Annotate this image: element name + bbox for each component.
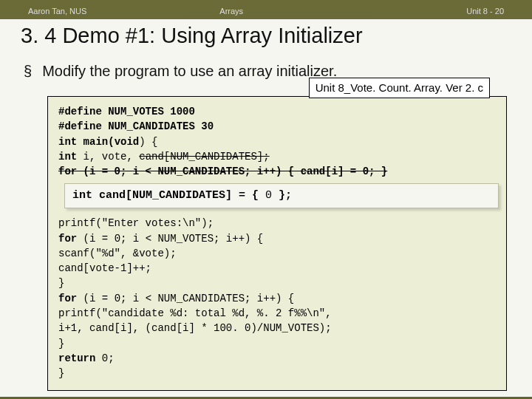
code-line: printf("Enter votes:\n"); bbox=[58, 216, 496, 231]
code-line: cand[vote-1]++; bbox=[58, 261, 496, 276]
code-line: for (i = 0; i < NUM_CANDIDATES; i++) { c… bbox=[58, 164, 496, 179]
file-label: Unit 8_Vote. Count. Array. Ver 2. c bbox=[309, 78, 490, 98]
header-page: Unit 8 - 20 bbox=[466, 7, 504, 16]
code-line: scanf("%d", &vote); bbox=[58, 246, 496, 261]
bullet-mark: § bbox=[24, 63, 32, 80]
inset-val: 0 bbox=[259, 189, 279, 202]
header-topic: Arrays bbox=[86, 7, 466, 16]
code-line: } bbox=[58, 366, 496, 381]
code-line: i+1, cand[i], (cand[i] * 100. 0)/NUM_VOT… bbox=[58, 321, 496, 335]
code-line: int i, vote, cand[NUM_CANDIDATES]; bbox=[58, 149, 496, 164]
code-line: for (i = 0; i < NUM_VOTES; i++) { bbox=[58, 231, 496, 246]
slide: Aaron Tan, NUS Arrays Unit 8 - 20 3. 4 D… bbox=[0, 0, 532, 399]
replacement-code: int cand[NUM_CANDIDATES] = { 0 }; bbox=[64, 183, 499, 208]
slide-header: Aaron Tan, NUS Arrays Unit 8 - 20 bbox=[0, 0, 532, 19]
inset-post: }; bbox=[279, 189, 292, 202]
code-line: printf("candidate %d: total %d, %. 2 f%%… bbox=[58, 306, 496, 321]
code-line: #define NUM_VOTES 1000 bbox=[58, 104, 496, 119]
header-author: Aaron Tan, NUS bbox=[28, 7, 86, 16]
code-line: for (i = 0; i < NUM_CANDIDATES; i++) { bbox=[58, 291, 496, 306]
code-line: } bbox=[58, 276, 496, 290]
inset-pre: int cand[NUM_CANDIDATES] = { bbox=[72, 189, 259, 202]
code-line: return 0; bbox=[58, 351, 496, 366]
code-line: int main(void) { bbox=[58, 134, 496, 149]
code-line: } bbox=[58, 336, 496, 351]
bullet-text: Modify the program to use an array initi… bbox=[42, 63, 337, 80]
slide-title: 3. 4 Demo #1: Using Array Initializer bbox=[21, 24, 511, 48]
title-bar: 3. 4 Demo #1: Using Array Initializer bbox=[0, 19, 532, 54]
slide-content: § Modify the program to use an array ini… bbox=[0, 54, 532, 397]
code-line: #define NUM_CANDIDATES 30 bbox=[58, 119, 496, 134]
code-block: Unit 8_Vote. Count. Array. Ver 2. c #def… bbox=[47, 96, 507, 391]
